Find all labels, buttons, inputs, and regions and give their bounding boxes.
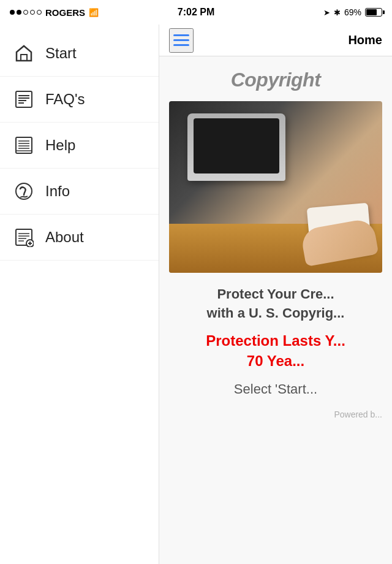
svg-rect-1 bbox=[16, 91, 32, 107]
battery-fill bbox=[366, 9, 377, 15]
headline-content-2: with a U. S. Copyrig... bbox=[207, 305, 345, 321]
sidebar-label-help: Help bbox=[45, 137, 75, 154]
battery-percent: 69% bbox=[344, 7, 361, 17]
page-title: Home bbox=[348, 33, 382, 47]
dot5 bbox=[37, 10, 42, 15]
sidebar-label-info: Info bbox=[45, 183, 70, 200]
signal-dots bbox=[10, 10, 42, 15]
app-container: Start FAQ's bbox=[0, 25, 392, 564]
sidebar-item-help[interactable]: Help bbox=[0, 123, 159, 169]
main-content: Home Copyright Protect Your Cre... with … bbox=[159, 25, 392, 564]
sidebar-item-faqs[interactable]: FAQ's bbox=[0, 77, 159, 123]
home-icon bbox=[12, 42, 36, 65]
hamburger-line-2 bbox=[173, 39, 189, 41]
laptop-body bbox=[187, 113, 285, 181]
status-time: 7:02 PM bbox=[178, 7, 214, 18]
dot4 bbox=[30, 10, 35, 15]
sidebar: Start FAQ's bbox=[0, 25, 159, 564]
powered-text: Powered b... bbox=[169, 410, 382, 419]
about-icon bbox=[12, 226, 36, 249]
sidebar-item-info[interactable]: Info bbox=[0, 169, 159, 215]
headline-text: Protect Your Cre... with a U. S. Copyrig… bbox=[169, 285, 382, 323]
dot3 bbox=[23, 10, 28, 15]
sidebar-item-start[interactable]: Start bbox=[0, 31, 159, 77]
highlight-text: Protection Lasts Y... 70 Yea... bbox=[169, 330, 382, 372]
dot1 bbox=[10, 10, 15, 15]
content-body: Copyright Protect Your Cre... with a U. … bbox=[159, 56, 392, 564]
navigation-icon: ➤ bbox=[323, 8, 330, 17]
dot2 bbox=[17, 10, 21, 15]
hamburger-button[interactable] bbox=[169, 28, 194, 53]
select-text-content: Select 'Start... bbox=[234, 381, 317, 397]
hero-image bbox=[169, 101, 382, 273]
top-bar: Home bbox=[159, 25, 392, 56]
carrier-label: ROGERS bbox=[45, 7, 85, 18]
copyright-title-text: Copyright bbox=[231, 69, 321, 91]
hamburger-line-3 bbox=[173, 44, 189, 46]
bluetooth-icon: ✱ bbox=[334, 8, 341, 17]
status-left: ROGERS 📶 bbox=[10, 7, 99, 18]
svg-rect-0 bbox=[21, 55, 27, 61]
status-right: ➤ ✱ 69% bbox=[323, 7, 382, 17]
sidebar-item-about[interactable]: About bbox=[0, 215, 159, 261]
copyright-heading: Copyright bbox=[169, 69, 382, 91]
sidebar-label-start: Start bbox=[45, 45, 77, 62]
highlight-line2: 70 Yea... bbox=[247, 352, 304, 369]
laptop-screen bbox=[194, 118, 279, 173]
battery-icon bbox=[365, 8, 382, 17]
sidebar-label-faqs: FAQ's bbox=[45, 91, 85, 108]
wifi-icon: 📶 bbox=[89, 8, 99, 17]
faq-icon bbox=[12, 88, 36, 111]
help-icon bbox=[12, 134, 36, 157]
sidebar-label-about: About bbox=[45, 229, 84, 246]
highlight-line1: Protection Lasts Y... bbox=[206, 332, 345, 349]
hamburger-line-1 bbox=[173, 34, 189, 36]
headline-content: Protect Your Cre... bbox=[217, 286, 334, 302]
info-icon bbox=[12, 180, 36, 203]
status-bar: ROGERS 📶 7:02 PM ➤ ✱ 69% bbox=[0, 0, 392, 25]
select-text: Select 'Start... bbox=[169, 381, 382, 397]
